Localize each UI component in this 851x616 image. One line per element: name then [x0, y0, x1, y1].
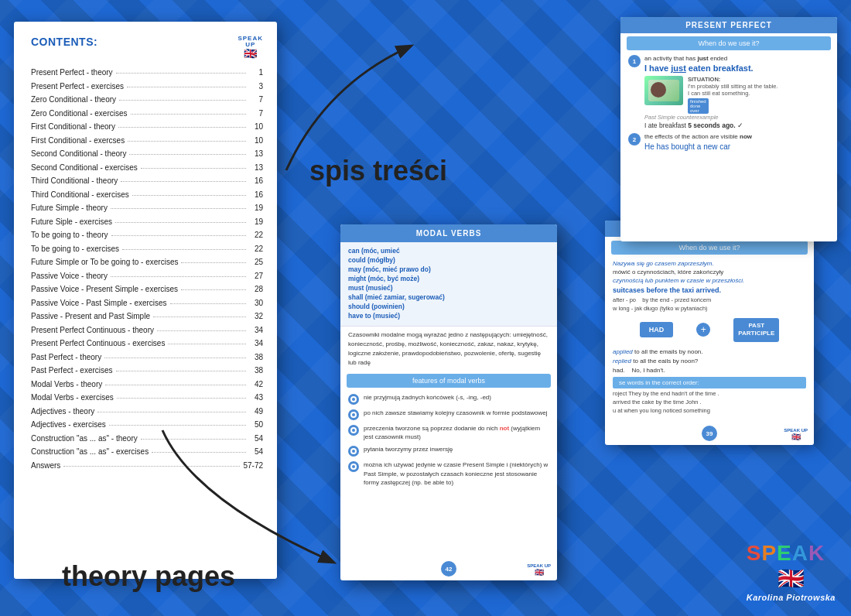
contents-item: Present Perfect Continuous - exercises 3… — [31, 337, 263, 350]
time-info-1: after - po by the end - przed końcem — [613, 296, 806, 303]
letter-e: E — [777, 542, 791, 564]
correct-order-bar: se words in the correct order: — [613, 377, 806, 388]
modal-verb-can: can (móc, umieć — [348, 247, 549, 255]
pp-items: 1 an activity that has just ended I have… — [620, 53, 837, 156]
contents-item: Present Perfect - theory 1 — [31, 67, 263, 79]
fill-line-1: roject They by the end hadn't of the tim… — [613, 390, 806, 397]
letter-p: P — [761, 542, 776, 564]
contents-item: Second Conditional - exercises 13 — [31, 162, 263, 174]
contents-item: To be going to - theory 22 — [31, 229, 263, 241]
plus-icon: + — [696, 323, 710, 337]
contents-item: Modal Verbs - theory 42 — [31, 378, 263, 391]
had-not: had. No, I hadn't. — [613, 367, 806, 374]
speak-letters: S P E A K — [747, 542, 836, 564]
contents-item: Passive - Present and Past Simple 32 — [31, 310, 263, 323]
modal-verb-have-to: have to (musieć) — [348, 312, 549, 320]
contents-item: First Conditional - exercses 10 — [31, 135, 263, 147]
pp-num-badge-1: 1 — [628, 55, 641, 67]
arrow-to-modal-verbs — [116, 423, 379, 577]
speak-up-badge-contents: SPEAK UP 🇬🇧 — [238, 36, 263, 59]
contents-item: Zero Conditional - theory 7 — [31, 94, 263, 106]
modal-verbs-header: MODAL VERBS — [340, 224, 557, 242]
pp-item-2-content: the effects of the action are visible no… — [644, 133, 829, 151]
pp-num-badge-2: 2 — [628, 133, 641, 145]
past-participle-label: PASTPARTICIPLE — [733, 318, 779, 342]
present-perfect-page: PRESENT PERFECT When do we use it? 1 an … — [620, 17, 837, 241]
features-bar: features of modal verbs — [347, 374, 551, 388]
speak-up-main-logo: S P E A K 🇬🇧 Karolina Piotrowska — [747, 542, 836, 602]
pp-desc1: mówić o czynnościach, które zakończyły — [613, 269, 806, 275]
situation-text: I'm probably still sitting at the table.… — [688, 83, 778, 97]
contents-item: Zero Conditional - exercises 7 — [31, 108, 263, 120]
contents-item: Passive Voice - Past Simple - exercises … — [31, 297, 263, 310]
fill-line-2: arrived the cake by the time John . — [613, 399, 806, 406]
feature-text-4: pytania tworzymy przez inwersję — [364, 445, 549, 453]
contents-header: CONTENTS: SPEAK UP 🇬🇧 — [31, 36, 263, 59]
feature-text-1: nie przyjmują żadnych końcówek (-s, -ing… — [364, 393, 549, 402]
had-label: HAD — [640, 322, 674, 337]
letter-a: A — [792, 542, 808, 564]
pp-header: PRESENT PERFECT — [620, 17, 837, 33]
past-perfect-when: When do we use it? — [611, 241, 808, 255]
feature-icon-1 — [348, 394, 359, 405]
pp-intro: Nazywa się go czasem zaprzeszłym. — [613, 260, 806, 267]
past-perfect-content: Nazywa się go czasem zaprzeszłym. mówić … — [605, 257, 814, 419]
past-example: I ate breakfast 5 seconds ago. ✓ — [644, 121, 829, 129]
contents-item: To be going to - exercises 22 — [31, 243, 263, 255]
contents-item: Present Perfect Continuous - theory 34 — [31, 324, 263, 337]
contents-list: Present Perfect - theory 1 Present Perfe… — [31, 67, 263, 471]
past-perfect-page-number: 39 — [702, 426, 717, 441]
past-simple-note: Past Simple counterexample — [644, 114, 829, 121]
contents-title: CONTENTS: — [31, 36, 97, 48]
pp-item2-text: the effects of the action are visible no… — [644, 133, 829, 140]
pp-example-2: He has bought a new car — [644, 142, 829, 151]
modal-verb-should: should (powinien) — [348, 303, 549, 310]
past-perfect-speak-badge: SPEAK UP 🇬🇧 — [784, 428, 808, 441]
modal-verb-could: could (mógłby) — [348, 256, 549, 264]
applied-2: replied to all the eails by noon? — [613, 358, 806, 364]
finished-badge: finisheddoneover — [688, 98, 709, 114]
feature-icon-2 — [348, 409, 359, 420]
contents-item: Future Simple - theory 19 — [31, 202, 263, 214]
time-info-2: w long - jak długo (tylko w pytaniach) — [613, 305, 806, 312]
flag-icon: 🇬🇧 — [244, 48, 257, 59]
fill-line-3: u at when you long noticed something — [613, 407, 806, 414]
modal-verb-may: may (móc, mieć prawo do) — [348, 265, 549, 273]
pp-example: suitcases before the taxi arrived. — [613, 286, 806, 294]
modal-verb-list: can (móc, umieć could (mógłby) may (móc,… — [340, 242, 557, 326]
author-name: Karolina Piotrowska — [747, 593, 836, 602]
flag-row: 🇬🇧 — [747, 566, 836, 591]
contents-item: Third Conditional - theory 16 — [31, 175, 263, 187]
modal-verb-might: might (móc, być może) — [348, 275, 549, 282]
modal-paragraph: Czasowniki modalne mogą wyrażać jedno z … — [340, 326, 557, 371]
letter-k: K — [808, 542, 824, 564]
contents-item: Passive Voice - Present Simple - exercis… — [31, 283, 263, 296]
pp-example-1: I have just eaten breakfast. — [644, 63, 829, 73]
modal-speak-badge: SPEAK UP 🇬🇧 — [527, 563, 551, 577]
feature-text-5: można ich używać jedynie w czasie Presen… — [364, 460, 549, 487]
contents-item: Present Perfect - exercises 3 — [31, 80, 263, 93]
applied-1: applied to all the emails by noon. — [613, 348, 806, 355]
pp-when-label: When do we use it? — [627, 36, 831, 50]
pp-situation-block: SITUATION: I'm probably still sitting at… — [688, 76, 778, 114]
uk-flag-main: 🇬🇧 — [778, 566, 805, 591]
contents-item: Past Perfect - exercises 38 — [31, 364, 263, 377]
contents-item: First Conditional - theory 10 — [31, 121, 263, 133]
contents-item: Modal Verbs - exercises 43 — [31, 392, 263, 404]
had-formula: HAD + PASTPARTICIPLE — [613, 318, 806, 342]
pp-item1-text: an activity that has just ended — [644, 55, 829, 62]
contents-item: Past Perfect - theory 38 — [31, 351, 263, 364]
modal-page-number: 42 — [441, 561, 456, 577]
just-word: just — [671, 63, 686, 73]
feature-text-2: po nich zawsze stawiamy kolejny czasowni… — [364, 409, 549, 417]
pp-item-1: 1 an activity that has just ended I have… — [628, 55, 829, 129]
feature-text-3: przeczenia tworzone są poprzez dodanie d… — [364, 424, 549, 441]
pp-item-2: 2 the effects of the action are visible … — [628, 133, 829, 151]
letter-s: S — [747, 542, 761, 564]
arrow-to-present-perfect — [263, 23, 433, 193]
feature-2: po nich zawsze stawiamy kolejny czasowni… — [348, 409, 549, 420]
contents-item: Passive Voice - theory 27 — [31, 270, 263, 282]
contents-item: Future Siple - exercises 19 — [31, 216, 263, 228]
contents-item: Third Conditional - exercises 16 — [31, 189, 263, 201]
contents-item: Second Conditional - theory 13 — [31, 148, 263, 160]
